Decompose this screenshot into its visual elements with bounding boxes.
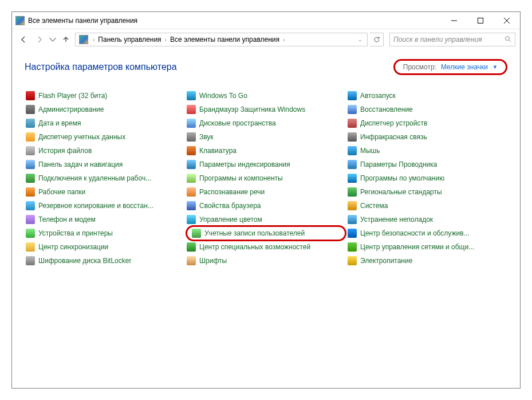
svg-line-5 [509, 40, 511, 42]
cp-item-label: Центр специальных возможностей [199, 243, 310, 251]
taskbar-nav-icon [26, 160, 35, 169]
cp-item-color-management[interactable]: Управление цветом [186, 213, 346, 226]
svg-rect-1 [478, 18, 483, 23]
cp-item-remote-desktop[interactable]: Подключения к удаленным рабоч... [25, 171, 186, 185]
cp-item-label: Шрифты [199, 257, 227, 265]
cp-item-label: Центр безопасности и обслужив... [360, 229, 470, 237]
cp-item-region[interactable]: Региональные стандарты [346, 185, 507, 199]
address-bar[interactable]: › Панель управления › Все элементы панел… [75, 33, 368, 46]
remote-desktop-icon [26, 174, 35, 183]
chevron-right-icon: › [281, 37, 287, 43]
cp-item-system[interactable]: Система [346, 199, 507, 213]
cp-item-user-accounts[interactable]: Учетные записи пользователей [186, 225, 346, 241]
cp-item-internet-options[interactable]: Свойства браузера [186, 199, 346, 213]
work-folders-icon [26, 187, 35, 197]
cp-item-label: Диспетчер устройств [360, 119, 427, 127]
refresh-button[interactable] [370, 33, 384, 46]
cp-item-fonts[interactable]: Шрифты [186, 254, 346, 268]
cp-item-sync-center[interactable]: Центр синхронизации [25, 240, 186, 254]
cp-item-keyboard[interactable]: Клавиатура [186, 144, 346, 158]
cp-item-storage-spaces[interactable]: Дисковые пространства [186, 116, 346, 130]
cp-item-date-time[interactable]: Дата и время [25, 116, 186, 130]
titlebar: Все элементы панели управления [12, 12, 520, 29]
breadcrumb-item[interactable]: Панель управления [97, 36, 162, 44]
cp-item-mouse[interactable]: Мышь [346, 144, 507, 158]
cp-item-label: Восстановление [360, 105, 413, 113]
forward-button[interactable] [33, 33, 46, 46]
cp-item-label: Рабочие папки [38, 188, 85, 196]
content-area: Настройка параметров компьютера Просмотр… [12, 50, 520, 388]
cp-item-troubleshooting[interactable]: Устранение неполадок [346, 213, 507, 226]
search-input[interactable]: Поиск в панели управления [389, 33, 515, 46]
items-grid: Flash Player (32 бита)АдминистрированиеД… [25, 89, 507, 268]
cp-item-label: Устранение неполадок [360, 215, 433, 223]
cp-item-backup-restore[interactable]: Резервное копирование и восстан... [25, 199, 186, 213]
cp-item-recovery[interactable]: Восстановление [346, 103, 507, 116]
cp-item-security-maintenance[interactable]: Центр безопасности и обслужив... [346, 226, 507, 240]
devices-printers-icon [26, 229, 35, 238]
cp-item-sound[interactable]: Звук [186, 130, 346, 144]
cp-item-devices-printers[interactable]: Устройства и принтеры [25, 226, 186, 240]
minimize-button[interactable] [441, 12, 467, 29]
cp-item-label: Программы и компоненты [199, 174, 283, 182]
keyboard-icon [187, 146, 196, 155]
cp-item-label: Телефон и модем [38, 215, 96, 223]
cp-item-programs-features[interactable]: Программы и компоненты [186, 171, 346, 185]
cp-item-label: Панель задач и навигация [38, 160, 123, 168]
indexing-options-icon [187, 160, 196, 169]
device-manager-icon [348, 119, 357, 128]
cp-item-defender-firewall[interactable]: Брандмауэр Защитника Windows [186, 103, 346, 116]
nav-bar: › Панель управления › Все элементы панел… [12, 29, 520, 50]
cp-item-taskbar-nav[interactable]: Панель задач и навигация [25, 158, 186, 171]
cp-item-bitlocker[interactable]: Шифрование диска BitLocker [25, 254, 186, 268]
cp-item-autoplay[interactable]: Автозапуск [346, 89, 507, 103]
view-by-control[interactable]: Просмотр: Мелкие значки ▼ [393, 59, 507, 75]
cp-item-infrared[interactable]: Инфракрасная связь [346, 130, 507, 144]
cp-item-label: Flash Player (32 бита) [38, 92, 107, 100]
cp-item-speech-recognition[interactable]: Распознавание речи [186, 185, 346, 199]
cp-item-label: Мышь [360, 147, 380, 155]
cp-item-windows-to-go[interactable]: Windows To Go [186, 89, 346, 103]
chevron-right-icon: › [90, 37, 97, 43]
recent-dropdown[interactable] [49, 33, 57, 46]
defender-firewall-icon [187, 105, 196, 114]
cp-item-power-options[interactable]: Электропитание [346, 254, 507, 268]
date-time-icon [26, 119, 35, 128]
address-dropdown-icon[interactable]: ⌄ [354, 37, 366, 42]
cp-item-network-sharing[interactable]: Центр управления сетями и общи... [346, 240, 507, 254]
cp-item-label: Резервное копирование и восстан... [38, 202, 153, 210]
cp-item-label: Учетные записи пользователей [204, 229, 305, 237]
cp-item-indexing-options[interactable]: Параметры индексирования [186, 158, 346, 171]
cp-item-label: Звук [199, 133, 214, 141]
cp-item-administration[interactable]: Администрирование [25, 103, 186, 116]
recovery-icon [348, 105, 357, 114]
bitlocker-icon [26, 256, 35, 265]
up-button[interactable] [59, 33, 73, 46]
backup-restore-icon [26, 201, 35, 210]
page-title: Настройка параметров компьютера [25, 62, 393, 72]
maximize-button[interactable] [467, 12, 494, 29]
cp-item-device-manager[interactable]: Диспетчер устройств [346, 116, 507, 130]
cp-item-work-folders[interactable]: Рабочие папки [25, 185, 186, 199]
cp-item-label: История файлов [38, 147, 92, 155]
windows-to-go-icon [187, 91, 196, 100]
close-button[interactable] [494, 12, 520, 29]
cp-item-phone-modem[interactable]: Телефон и модем [25, 213, 186, 226]
phone-modem-icon [26, 215, 35, 224]
cp-item-credential-manager[interactable]: Диспетчер учетных данных [25, 130, 186, 144]
infrared-icon [348, 132, 357, 142]
cp-item-explorer-options[interactable]: Параметры Проводника [346, 158, 507, 171]
cp-item-file-history[interactable]: История файлов [25, 144, 186, 158]
cp-item-default-programs[interactable]: Программы по умолчанию [346, 171, 507, 185]
cp-item-label: Подключения к удаленным рабоч... [38, 174, 151, 182]
cp-item-label: Дисковые пространства [199, 119, 276, 127]
back-button[interactable] [17, 33, 30, 46]
breadcrumb-item[interactable]: Все элементы панели управления [169, 36, 281, 44]
administration-icon [26, 105, 35, 114]
search-placeholder: Поиск в панели управления [393, 36, 505, 44]
cp-item-label: Параметры Проводника [360, 160, 437, 168]
color-management-icon [187, 215, 196, 224]
cp-item-ease-of-access[interactable]: Центр специальных возможностей [186, 240, 346, 254]
cp-item-flash-player[interactable]: Flash Player (32 бита) [25, 89, 186, 103]
cp-item-label: Инфракрасная связь [360, 133, 427, 141]
